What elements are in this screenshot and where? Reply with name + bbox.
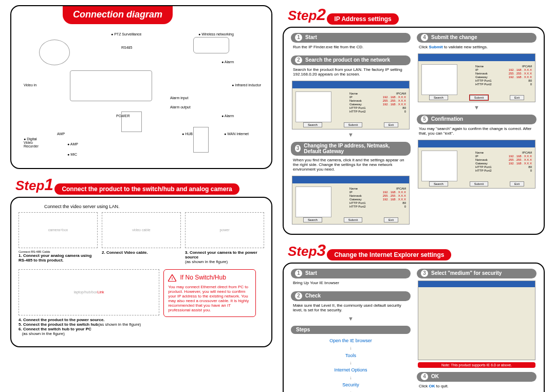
badge-5: 5 [421, 116, 428, 123]
warning-icon: ! [168, 274, 176, 282]
ipfinder-screenshot: NameIPCAM IP192 . 168 . X.X.X Netmask255… [292, 81, 410, 129]
ie-support-note: Note: This product supports IE 6.0 or ab… [418, 362, 535, 368]
step2-panel: 1Start Run the IP Finder.exe file from t… [283, 27, 545, 235]
exit-button[interactable]: Exit [384, 122, 398, 127]
step1-step-word: Step [15, 178, 44, 193]
connection-diagram-panel: Connection diagram ● PTZ Surveillance RS… [10, 5, 272, 169]
connection-diagram-area: ● PTZ Surveillance RS485 ● Wireless netw… [18, 29, 264, 163]
step1-panel: Connect the video server using LAN. came… [10, 197, 272, 347]
badge-1: 1 [295, 270, 302, 277]
submit-button[interactable]: Submit [344, 122, 363, 127]
submit-button[interactable]: Submit [344, 217, 363, 222]
sub-title: Select "medium" for security [431, 270, 502, 276]
warn-body: You may connect Ethernet direct from PC … [168, 285, 251, 312]
step1-num: 1 [44, 175, 53, 194]
label-alarm2: Alarm [225, 114, 234, 118]
step3-panel: 1Start Bring Up Your IE browser 2Check M… [283, 263, 545, 392]
down-arrow-icon: ▼ [291, 132, 411, 138]
badge-3: 3 [295, 145, 301, 152]
step2-sub1: 1Start Run the IP Finder.exe file from t… [291, 33, 411, 51]
sub-body: Search for the product from your LAN. Th… [291, 65, 411, 79]
sub-body: When you find the camera, click it and t… [291, 156, 411, 174]
step1-subtitle: Connect the video server using LAN. [44, 204, 264, 209]
step2-sub5: 5Confirmation You may "search" again to … [417, 115, 536, 189]
search-button[interactable]: Search [303, 122, 322, 127]
sub-title: Start [305, 34, 317, 40]
ipfinder-screenshot: NameIPCAM IP192 . 168 . X.X.X Netmask255… [418, 140, 535, 189]
step2-header: Step2 IP Address settings [288, 5, 545, 25]
label-amp2: AMP [70, 142, 78, 146]
badge-4: 4 [421, 34, 428, 41]
sub-body: You may "search" again to confirm the ch… [417, 124, 536, 138]
label-hub: HUB [185, 132, 193, 136]
steps-list: Open the IE browser↓ Tools↓ Internet Opt… [291, 334, 411, 392]
step1-lower-diagram: laptop/hub/boxLink 4. Connect the produc… [18, 269, 159, 336]
sub-title: Search the product on the network [305, 57, 390, 63]
step1-item2: video cable 2. Connect Video cable. [102, 212, 181, 264]
step1-item1: camera+box Connect RS-485 Cable 1. Conne… [18, 212, 98, 264]
search-button[interactable]: Search [429, 95, 448, 100]
sub-title: Changing the IP address, Netmask, Defaul… [304, 143, 406, 154]
label-wireless: Wireless networking [201, 32, 234, 36]
sub-body: Click Submit to validate new settings. [417, 43, 536, 51]
label-infrared: Infrared inductor [235, 83, 261, 87]
label-wan: WAN Internet [227, 132, 249, 136]
badge-2: 2 [295, 292, 302, 300]
badge-4: 4 [421, 373, 428, 380]
ipfinder-screenshot: NameIPCAM IP192 . 168 . X.X.X Netmask255… [418, 53, 535, 102]
sub-title: Check [305, 293, 321, 298]
step3-num: 3 [317, 241, 326, 259]
step2-num: 2 [317, 5, 326, 24]
label-rs485: RS485 [121, 46, 132, 49]
badge-1: 1 [295, 34, 302, 41]
search-button[interactable]: Search [429, 181, 448, 186]
steps-title: Steps [291, 326, 411, 334]
svg-text:!: ! [172, 276, 173, 281]
badge-2: 2 [295, 57, 302, 64]
label-videoin: Video in [24, 83, 36, 87]
diagram-placeholder: camera+box [18, 212, 98, 248]
step3-header: Step3 Change the Internet Explorer setti… [288, 241, 545, 260]
step2-sub2: 2Search the product on the network Searc… [291, 55, 411, 138]
step1-ribbon: Connect the product to the switch/hub an… [54, 183, 239, 195]
search-button[interactable]: Search [303, 217, 322, 222]
ipfinder-screenshot: NameIPCAM IP192 . 168 . X.X.X Netmask255… [292, 176, 410, 225]
step3-ribbon: Change the Internet Explorer settings [327, 249, 451, 260]
sub-title: Submit the change [431, 34, 477, 40]
label-mic: MIC [70, 153, 77, 156]
diagram-placeholder: laptop/hub/boxLink [18, 269, 159, 315]
step3-sub2: 2Check Make sure that Level II, the comm… [291, 291, 411, 322]
exit-button[interactable]: Exit [510, 181, 524, 186]
sub-title: OK [431, 374, 439, 379]
label-amp: AMP [57, 132, 65, 136]
sub-body: Bring Up Your IE browser [291, 278, 411, 287]
step3-sub1: 1Start Bring Up Your IE browser [291, 269, 411, 287]
down-arrow-icon: ▼ [291, 315, 411, 322]
sub-body: Make sure that Level II, the commonly us… [291, 301, 411, 314]
step2-sub3: 3Changing the IP address, Netmask, Defau… [291, 142, 411, 225]
sub-body: Run the IP Finder.exe file from the CD. [291, 43, 411, 51]
step3-sub4: 4OK Click OK to quit. [417, 372, 536, 390]
submit-button[interactable]: Submit [470, 181, 489, 186]
step3-step-word: Step [288, 244, 317, 259]
label-alarm-in: Alarm input [170, 96, 188, 100]
label-alarm-out: Alarm output [170, 105, 191, 109]
exit-button[interactable]: Exit [510, 95, 524, 100]
sub-title: Start [305, 270, 317, 276]
down-arrow-icon: ▼ [417, 104, 536, 110]
sub-title: Confirmation [431, 116, 463, 122]
exit-button[interactable]: Exit [384, 217, 398, 222]
step3-sub3: 3Select "medium" for security Note: This… [417, 269, 536, 368]
connection-title: Connection diagram [63, 6, 173, 24]
label-alarm1: Alarm [225, 60, 234, 64]
step2-step-word: Step [288, 8, 317, 23]
submit-button[interactable]: Submit [470, 95, 489, 100]
diagram-placeholder: video cable [102, 212, 181, 248]
warn-title: If No Switch/Hub [180, 274, 226, 281]
step3-steps: Steps Open the IE browser↓ Tools↓ Intern… [291, 326, 411, 392]
sub-body: Click OK to quit. [417, 382, 536, 390]
badge-3: 3 [421, 270, 428, 277]
step1-item3: power 3. Connect your camera to the powe… [185, 212, 264, 264]
ie-options-screenshot [418, 281, 535, 360]
step1-header: Step1 Connect the product to the switch/… [15, 175, 272, 195]
